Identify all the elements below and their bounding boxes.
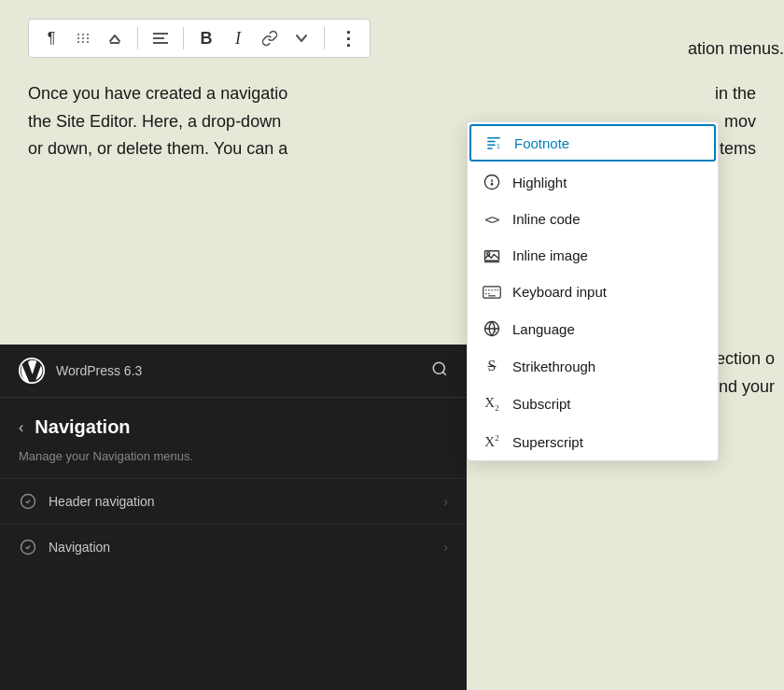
svg-rect-4 — [82, 37, 84, 39]
navigation-icon — [19, 538, 37, 556]
link-button[interactable] — [257, 25, 283, 51]
italic-button[interactable]: I — [225, 25, 251, 51]
keyboard-icon — [483, 286, 501, 299]
svg-rect-3 — [77, 37, 79, 39]
para-line1-end: in the — [715, 80, 756, 108]
wp-version: WordPress 6.3 — [56, 363, 142, 378]
nav-title: Navigation — [35, 416, 130, 438]
dropdown-item-superscript[interactable]: X2 Superscript — [468, 423, 718, 460]
right-line4: lection o — [709, 345, 775, 373]
extra-toolbar-text: ation menus. — [688, 39, 784, 59]
strikethrough-icon: S — [483, 358, 501, 374]
subscript-icon: X2 — [483, 395, 501, 413]
strikethrough-label: Strikethrough — [512, 359, 595, 374]
dropdown-item-inline-code[interactable]: <> Inline code — [468, 201, 718, 237]
wp-header: WordPress 6.3 — [0, 345, 467, 398]
right-text-block: lection o und your — [709, 345, 775, 401]
para-line1-start: Once you have created a navigatio — [28, 80, 287, 108]
align-button[interactable] — [147, 25, 174, 51]
svg-point-26 — [487, 252, 490, 255]
bold-button[interactable]: B — [193, 25, 219, 51]
back-arrow-icon[interactable]: ‹ — [19, 419, 23, 436]
para-line2-end: mov — [724, 108, 756, 136]
svg-point-14 — [433, 362, 444, 373]
svg-rect-7 — [82, 41, 84, 43]
wp-search-icon[interactable] — [431, 360, 448, 382]
superscript-label: Superscript — [512, 434, 583, 450]
keyboard-input-label: Keyboard input — [512, 284, 607, 300]
dropdown-item-strikethrough[interactable]: S Strikethrough — [468, 347, 718, 385]
dropdown-item-keyboard-input[interactable]: Keyboard input — [468, 274, 718, 310]
svg-point-24 — [491, 184, 493, 186]
divider-1 — [137, 27, 138, 49]
wp-panel: WordPress 6.3 ‹ Navigation Manage your N… — [0, 345, 467, 690]
navigation-label: Navigation — [49, 540, 432, 555]
dropdown-item-language[interactable]: A Language — [468, 310, 718, 347]
superscript-icon: X2 — [483, 433, 501, 450]
dropdown-item-inline-image[interactable]: Inline image — [468, 237, 718, 274]
highlight-label: Highlight — [512, 175, 567, 190]
dropdown-item-subscript[interactable]: X2 Subscript — [468, 385, 718, 423]
dropdown-item-highlight[interactable]: Highlight — [468, 163, 718, 201]
wp-logo-icon — [19, 358, 45, 384]
nav-item-navigation[interactable]: Navigation › — [0, 524, 467, 570]
inline-image-icon — [483, 248, 501, 263]
divider-3 — [324, 27, 325, 49]
highlight-icon — [483, 174, 501, 190]
paragraph-button[interactable]: ¶ — [38, 25, 64, 51]
svg-text:1: 1 — [497, 143, 500, 149]
inline-code-label: Inline code — [512, 211, 581, 227]
divider-2 — [183, 27, 184, 49]
svg-rect-1 — [82, 34, 84, 35]
transform-button[interactable] — [102, 25, 128, 51]
svg-rect-2 — [87, 34, 89, 35]
para-line3-end: tems — [720, 135, 756, 163]
svg-rect-0 — [77, 34, 79, 35]
subscript-label: Subscript — [512, 396, 571, 412]
footnote-icon: 1 — [484, 134, 503, 151]
right-line5: und your — [709, 373, 775, 401]
para-line3-start: or down, or delete them. You can a — [28, 135, 287, 163]
header-nav-arrow-icon: › — [443, 494, 448, 509]
header-nav-label: Header navigation — [49, 494, 432, 509]
footnote-label: Footnote — [514, 135, 569, 151]
inline-image-label: Inline image — [512, 247, 588, 263]
svg-rect-5 — [87, 37, 89, 39]
svg-rect-8 — [87, 41, 89, 43]
nav-item-header[interactable]: Header navigation › — [0, 478, 467, 524]
svg-line-15 — [442, 372, 445, 374]
wp-nav-header: ‹ Navigation — [0, 398, 467, 445]
options-button[interactable]: ⋮ — [334, 25, 360, 51]
more-button[interactable] — [288, 25, 315, 51]
move-button[interactable] — [70, 25, 96, 51]
block-toolbar: ¶ — [28, 19, 371, 58]
dropdown-item-footnote[interactable]: 1 Footnote — [469, 124, 716, 162]
svg-text:A: A — [494, 329, 497, 334]
para-line2-start: the Site Editor. Here, a drop-down — [28, 108, 281, 136]
header-nav-icon — [19, 492, 37, 511]
nav-subtitle: Manage your Navigation menus. — [0, 445, 467, 478]
dropdown-menu: 1 Footnote Highlight <> Inline code — [467, 121, 719, 461]
language-label: Language — [512, 321, 575, 337]
navigation-arrow-icon: › — [443, 540, 448, 555]
svg-rect-6 — [77, 41, 79, 43]
language-icon: A — [483, 320, 501, 337]
inline-code-icon: <> — [483, 212, 501, 227]
